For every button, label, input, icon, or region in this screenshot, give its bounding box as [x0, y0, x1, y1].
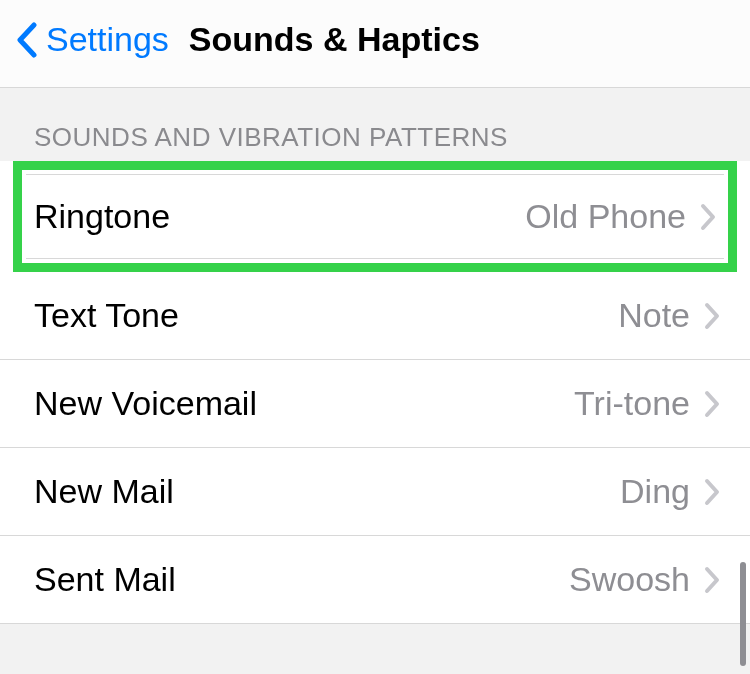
item-label: Sent Mail — [34, 560, 176, 599]
item-value: Note — [618, 296, 690, 335]
item-label: Text Tone — [34, 296, 179, 335]
item-right: Ding — [620, 472, 720, 511]
chevron-right-icon — [704, 566, 720, 594]
item-label: New Mail — [34, 472, 174, 511]
chevron-left-icon — [16, 22, 38, 58]
section-header: SOUNDS AND VIBRATION PATTERNS — [0, 88, 750, 161]
list-item-text-tone[interactable]: Text Tone Note — [0, 272, 750, 360]
item-right: Tri-tone — [574, 384, 720, 423]
settings-list: Ringtone Old Phone Text Tone Note New V — [0, 161, 750, 624]
list-item-new-voicemail[interactable]: New Voicemail Tri-tone — [0, 360, 750, 448]
item-value: Old Phone — [525, 197, 686, 236]
item-value: Tri-tone — [574, 384, 690, 423]
list-item-ringtone[interactable]: Ringtone Old Phone — [26, 174, 724, 259]
list-item-new-mail[interactable]: New Mail Ding — [0, 448, 750, 536]
back-button[interactable]: Settings — [16, 20, 169, 59]
highlight-ringtone: Ringtone Old Phone — [13, 161, 737, 272]
item-right: Note — [618, 296, 720, 335]
page-title: Sounds & Haptics — [189, 20, 480, 59]
chevron-right-icon — [704, 302, 720, 330]
item-value: Swoosh — [569, 560, 690, 599]
item-right: Swoosh — [569, 560, 720, 599]
item-value: Ding — [620, 472, 690, 511]
list-item-sent-mail[interactable]: Sent Mail Swoosh — [0, 536, 750, 624]
chevron-right-icon — [704, 390, 720, 418]
chevron-right-icon — [704, 478, 720, 506]
item-right: Old Phone — [525, 197, 716, 236]
item-label: Ringtone — [34, 197, 170, 236]
item-label: New Voicemail — [34, 384, 257, 423]
scrollbar[interactable] — [740, 562, 746, 666]
chevron-right-icon — [700, 203, 716, 231]
nav-header: Settings Sounds & Haptics — [0, 0, 750, 88]
back-label: Settings — [46, 20, 169, 59]
